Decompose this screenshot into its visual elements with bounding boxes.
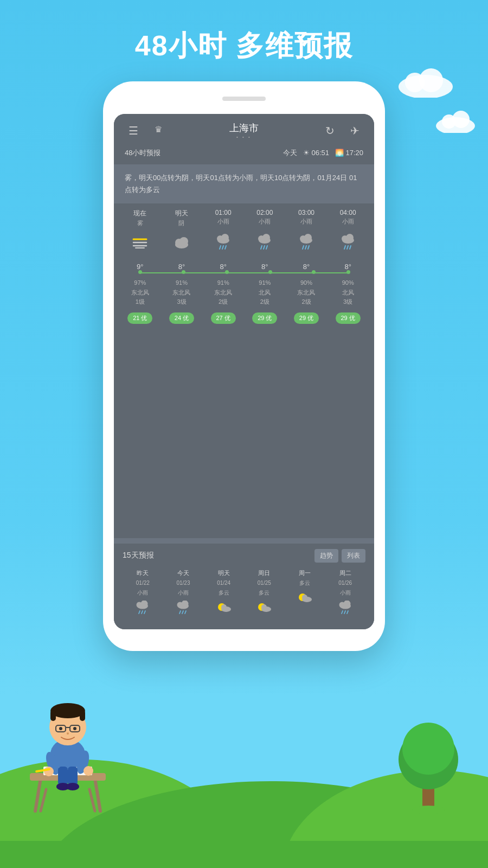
svg-line-69 (95, 778, 100, 811)
svg-point-31 (304, 234, 312, 241)
temp-dot-1 (182, 270, 185, 274)
refresh-icon[interactable]: ↻ (321, 124, 338, 137)
temp-2: 8° (202, 263, 244, 271)
svg-point-87 (44, 767, 54, 776)
temp-dot-4 (312, 270, 316, 274)
svg-point-64 (343, 601, 350, 608)
svg-line-66 (344, 611, 345, 614)
forecast-info-row: 48小时预报 今天 ☀ 06:51 🌅 17:20 (114, 144, 374, 164)
svg-point-37 (346, 234, 354, 241)
svg-point-82 (59, 727, 62, 730)
cloud-right2 (434, 108, 477, 135)
hw-col-4: 90%东北风2级 (286, 278, 328, 307)
temp-dot-2 (225, 270, 229, 274)
menu-icon[interactable]: ☰ (125, 124, 142, 137)
temp-dot-3 (268, 270, 272, 274)
svg-line-20 (220, 246, 221, 249)
app-header: ☰ ♛ 上海市 • • • ↻ ✈ (114, 114, 374, 144)
forecast-15d-section: 15天预报 趋势 列表 昨天 01/22 小雨 (114, 544, 374, 629)
svg-line-40 (350, 246, 351, 249)
svg-line-44 (139, 611, 140, 614)
hourly-section: 现在 雾 明天 阴 01:00 小雨 02:00 小雨 03:00 小雨 (114, 203, 374, 538)
svg-line-26 (261, 246, 262, 249)
aqi-4: 29 优 (294, 312, 319, 324)
forecast-day-0: 昨天 01/22 小雨 (123, 568, 163, 624)
forecast-days-grid: 昨天 01/22 小雨 (123, 568, 365, 624)
svg-line-67 (347, 611, 348, 614)
svg-line-21 (222, 246, 223, 249)
hourly-col-5: 04:00 小雨 (327, 209, 369, 227)
temp-row: 9° 8° 8° 8° 8° 8° (114, 259, 374, 274)
svg-point-93 (66, 783, 79, 790)
cartoon-character (14, 665, 122, 822)
hw-col-5: 90%北风3级 (327, 278, 369, 307)
svg-point-97 (412, 806, 445, 814)
svg-line-33 (305, 246, 306, 249)
phone-mockup: ☰ ♛ 上海市 • • • ↻ ✈ 48小时预报 今天 ☀ 06:51 🌅 17… (103, 81, 385, 651)
app-screen: ☰ ♛ 上海市 • • • ↻ ✈ 48小时预报 今天 ☀ 06:51 🌅 17… (114, 114, 374, 629)
svg-line-68 (35, 778, 41, 811)
share-icon[interactable]: ✈ (346, 124, 363, 137)
svg-line-65 (342, 611, 343, 614)
hourly-col-2: 01:00 小雨 (202, 209, 244, 227)
forecast-day-1: 今天 01/23 小雨 (163, 568, 204, 624)
temp-5: 8° (327, 263, 369, 271)
svg-line-71 (89, 789, 95, 811)
aqi-1: 24 优 (169, 312, 194, 324)
temp-1: 8° (161, 263, 203, 271)
svg-point-49 (181, 601, 188, 608)
svg-point-43 (141, 601, 148, 608)
svg-line-28 (266, 246, 267, 249)
svg-line-22 (225, 246, 226, 249)
section-divider (114, 538, 374, 544)
tab-list[interactable]: 列表 (342, 549, 365, 563)
svg-point-9 (452, 111, 470, 128)
hw-col-1: 91%东北风3级 (161, 278, 203, 307)
svg-point-19 (221, 234, 229, 241)
hourly-labels-row: 现在 雾 明天 阴 01:00 小雨 02:00 小雨 03:00 小雨 (114, 203, 374, 229)
svg-line-38 (344, 246, 345, 249)
svg-line-34 (308, 246, 309, 249)
aqi-5: 29 优 (336, 312, 361, 324)
forecast-header: 15天预报 趋势 列表 (123, 549, 365, 563)
svg-point-16 (179, 237, 188, 246)
city-name: 上海市 (229, 122, 259, 135)
temp-graph-line (140, 272, 348, 273)
svg-line-46 (144, 611, 145, 614)
temp-4: 8° (286, 263, 328, 271)
forecast-15d-title: 15天预报 (123, 551, 154, 560)
forecast-day-5: 周二 01/26 小雨 (325, 568, 365, 624)
crown-icon[interactable]: ♛ (150, 124, 167, 137)
svg-rect-91 (68, 767, 78, 786)
svg-line-70 (41, 789, 46, 811)
phone-speaker (222, 97, 266, 101)
svg-point-6 (419, 68, 443, 92)
hourly-col-4: 03:00 小雨 (286, 209, 328, 227)
svg-line-32 (303, 246, 304, 249)
today-label: 今天 ☀ 06:51 🌅 17:20 (283, 148, 363, 158)
svg-line-45 (142, 611, 143, 614)
svg-point-58 (261, 604, 267, 610)
hw-col-2: 91%东北风2级 (202, 278, 244, 307)
svg-point-88 (84, 766, 93, 776)
cartoon-tree (399, 711, 458, 819)
temp-dot-0 (138, 270, 142, 274)
svg-point-55 (221, 604, 227, 610)
svg-rect-3 (0, 841, 488, 868)
hourly-col-1: 明天 阴 (161, 209, 203, 227)
svg-rect-90 (58, 767, 68, 786)
svg-rect-77 (50, 710, 56, 721)
svg-line-50 (179, 611, 181, 614)
temp-0: 9° (119, 263, 161, 271)
svg-line-51 (182, 611, 183, 614)
aqi-0: 21 优 (127, 312, 152, 324)
temp-dot-5 (346, 270, 350, 274)
aqi-3: 29 优 (252, 312, 277, 324)
humidity-wind-row: 97%东北风1级 91%东北风3级 91%东北风2级 91%北风2级 90%东北… (114, 274, 374, 309)
cloud-right (396, 65, 455, 100)
tab-trend[interactable]: 趋势 (314, 549, 338, 563)
hw-col-0: 97%东北风1级 (119, 278, 161, 307)
svg-line-39 (347, 246, 348, 249)
city-display: 上海市 • • • (229, 122, 259, 139)
hourly-col-0: 现在 雾 (119, 209, 161, 227)
